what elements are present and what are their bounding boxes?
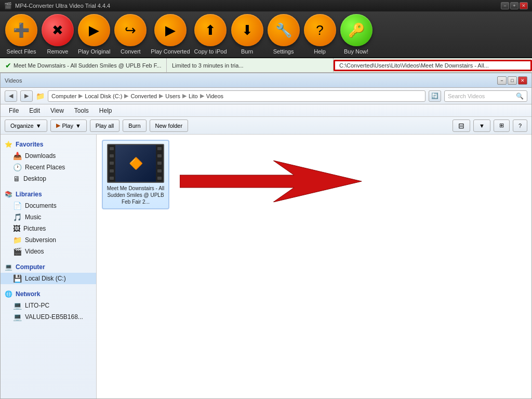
path-sep-5: ▶ — [200, 92, 204, 99]
settings-label: Settings — [273, 48, 294, 55]
main-toolbar: ➕Select Files✖Remove▶Play Original↪Conve… — [0, 11, 532, 58]
explorer-toolbar: Organize ▼ ▶ Play ▼ Play all Burn New fo… — [1, 117, 531, 135]
sidebar-header-network[interactable]: 🌐 Network — [1, 288, 96, 300]
sidebar-item-local-disk[interactable]: 💾 Local Disk (C:) — [1, 273, 96, 284]
downloads-icon: 📥 — [13, 152, 22, 160]
burn-icon: ⬇ — [231, 14, 263, 46]
organize-button[interactable]: Organize ▼ — [5, 119, 47, 132]
explorer-minimize-btn[interactable]: − — [497, 76, 507, 85]
remove-icon: ✖ — [42, 14, 74, 46]
toolbar-btn-copy-to-ipod[interactable]: ⬆Copy to iPod — [194, 14, 227, 55]
burn-toolbar-button[interactable]: Burn — [123, 119, 146, 132]
minimize-button[interactable]: − — [501, 2, 509, 9]
sidebar-item-videos[interactable]: 🎬 Videos — [1, 246, 96, 257]
film-hole — [110, 169, 114, 172]
content-area: ⭐ Favorites 📥 Downloads 🕐 Recent Places … — [1, 135, 531, 398]
panes-button[interactable]: ⊞ — [494, 119, 510, 132]
new-folder-button[interactable]: New folder — [150, 119, 189, 132]
menu-tools[interactable]: Tools — [70, 106, 93, 115]
film-hole — [110, 177, 114, 180]
search-box[interactable]: Search Videos 🔍 — [444, 90, 527, 102]
valued-label: VALUED-EB5B168... — [25, 313, 83, 321]
sidebar-item-pictures[interactable]: 🖼 Pictures — [1, 223, 96, 234]
path-videos: Videos — [206, 93, 223, 99]
menu-view[interactable]: View — [46, 106, 68, 115]
play-original-label: Play Original — [78, 48, 110, 55]
toolbar-btn-settings[interactable]: 🔧Settings — [268, 14, 300, 55]
favorites-label: Favorites — [16, 141, 43, 148]
explorer-title-bar: Videos − □ ✕ — [1, 73, 531, 88]
explorer-maximize-btn[interactable]: □ — [508, 76, 517, 85]
toolbar-btn-burn[interactable]: ⬇Burn — [231, 14, 263, 55]
explorer-close-btn[interactable]: ✕ — [518, 76, 527, 85]
toolbar-btn-remove[interactable]: ✖Remove — [42, 14, 74, 55]
back-button[interactable]: ◀ — [5, 90, 17, 102]
sidebar-item-music[interactable]: 🎵 Music — [1, 211, 96, 223]
film-hole — [157, 169, 162, 172]
subversion-icon: 📁 — [13, 236, 22, 244]
menu-file[interactable]: File — [5, 106, 23, 115]
file-thumbnail: 🔶 — [107, 144, 164, 183]
help-label: Help — [314, 48, 326, 55]
documents-icon: 📄 — [13, 202, 22, 210]
file-label: Meet Me Downstairs - All Sudden Smiles @… — [106, 185, 165, 205]
film-hole — [157, 162, 162, 165]
film-content: 🔶 — [115, 145, 156, 182]
play-converted-icon: ▶ — [154, 14, 187, 46]
sidebar-item-downloads[interactable]: 📥 Downloads — [1, 150, 96, 162]
refresh-button[interactable]: 🔄 — [429, 90, 441, 102]
help-explorer-button[interactable]: ? — [513, 119, 527, 132]
forward-button[interactable]: ▶ — [20, 90, 33, 102]
status-file-name: ✔ Meet Me Downstairs - All Sudden Smiles… — [0, 58, 167, 72]
sidebar-header-libraries[interactable]: 📚 Libraries — [1, 189, 96, 200]
toolbar-btn-help[interactable]: ?Help — [304, 14, 336, 55]
organize-chevron: ▼ — [36, 123, 42, 129]
sidebar-item-documents[interactable]: 📄 Documents — [1, 200, 96, 211]
maximize-button[interactable]: + — [510, 2, 518, 9]
music-label: Music — [25, 214, 41, 221]
toolbar-btn-play-original[interactable]: ▶Play Original — [78, 14, 110, 55]
status-bar: ✔ Meet Me Downstairs - All Sudden Smiles… — [0, 58, 532, 73]
title-bar: 🎬 MP4-Converter Ultra Video Trial 4.4.4 … — [0, 0, 532, 11]
sidebar-item-desktop[interactable]: 🖥 Desktop — [1, 173, 96, 184]
file-area: 🔶 Meet Me Downstairs - All Sudden Smiles… — [97, 135, 531, 215]
valued-icon: 💻 — [13, 313, 22, 321]
sidebar-header-favorites[interactable]: ⭐ Favorites — [1, 139, 96, 150]
sidebar-item-recent-places[interactable]: 🕐 Recent Places — [1, 162, 96, 173]
path-users: Users — [165, 93, 180, 99]
menu-bar: File Edit View Tools Help — [1, 104, 531, 117]
copy-to-ipod-icon: ⬆ — [194, 14, 227, 46]
play-all-button[interactable]: Play all — [90, 119, 119, 132]
close-button[interactable]: ✕ — [520, 2, 528, 9]
buy-now-icon: 🔑 — [340, 14, 373, 46]
computer-icon: 💻 — [5, 263, 12, 271]
file-item-video[interactable]: 🔶 Meet Me Downstairs - All Sudden Smiles… — [102, 140, 169, 209]
view-toggle-button[interactable]: ⊟ — [453, 119, 470, 132]
sidebar-item-subversion[interactable]: 📁 Subversion — [1, 234, 96, 246]
film-hole — [157, 154, 162, 157]
recent-places-icon: 🕐 — [13, 163, 22, 171]
menu-edit[interactable]: Edit — [25, 106, 44, 115]
film-hole — [110, 147, 114, 150]
sidebar-section-network: 🌐 Network 💻 LITO-PC 💻 VALUED-EB5B168... — [1, 288, 96, 323]
film-strip-right — [156, 145, 163, 182]
menu-help[interactable]: Help — [95, 106, 116, 115]
path-sep-3: ▶ — [159, 92, 163, 99]
play-button[interactable]: ▶ Play ▼ — [50, 119, 87, 132]
view-chevron-button[interactable]: ▼ — [473, 119, 490, 132]
film-hole — [157, 177, 162, 180]
sidebar: ⭐ Favorites 📥 Downloads 🕐 Recent Places … — [1, 135, 97, 398]
sidebar-item-lito-pc[interactable]: 💻 LITO-PC — [1, 300, 96, 311]
title-bar-controls: − + ✕ — [501, 2, 528, 9]
recent-places-label: Recent Places — [25, 164, 65, 171]
toolbar-btn-play-converted[interactable]: ▶Play Converted — [151, 14, 190, 55]
toolbar-btn-select-files[interactable]: ➕Select Files — [5, 14, 37, 55]
address-path[interactable]: Computer ▶ Local Disk (C:) ▶ Converted ▶… — [48, 90, 425, 102]
convert-icon: ↪ — [114, 14, 147, 46]
toolbar-btn-convert[interactable]: ↪Convert — [114, 14, 147, 55]
sidebar-item-valued[interactable]: 💻 VALUED-EB5B168... — [1, 311, 96, 323]
sidebar-header-computer[interactable]: 💻 Computer — [1, 261, 96, 273]
toolbar-btn-buy-now[interactable]: 🔑Buy Now! — [340, 14, 373, 55]
computer-label: Computer — [16, 263, 45, 271]
path-sep-2: ▶ — [124, 92, 128, 99]
